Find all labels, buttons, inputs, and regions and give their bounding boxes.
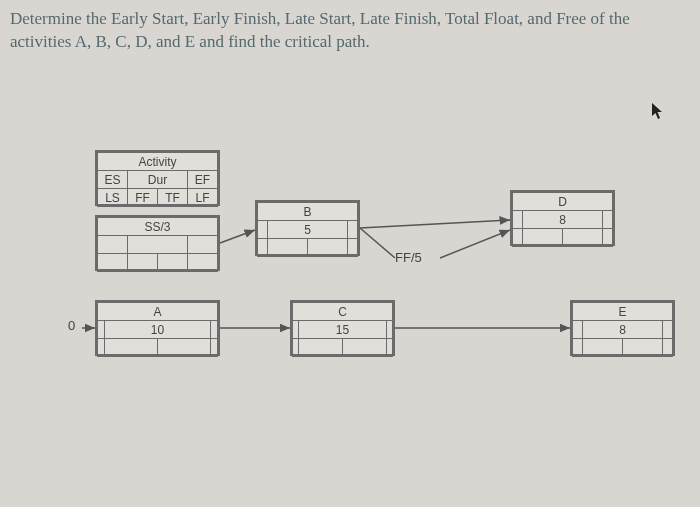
node-ss3-name: SS/3 (98, 218, 218, 236)
node-b-name: B (258, 203, 358, 221)
svg-line-6 (440, 230, 510, 258)
svg-line-1 (220, 230, 255, 243)
legend-tf: TF (158, 189, 188, 207)
node-e: E 8 (570, 300, 675, 356)
legend-lf: LF (188, 189, 218, 207)
node-d-dur: 8 (523, 211, 602, 229)
svg-line-3 (360, 220, 510, 228)
node-d: D 8 (510, 190, 615, 246)
question-text: Determine the Early Start, Early Finish,… (0, 0, 700, 54)
legend-ls: LS (98, 189, 128, 207)
node-c-name: C (293, 303, 393, 321)
legend-ff: FF (128, 189, 158, 207)
node-a-name: A (98, 303, 218, 321)
legend-es: ES (98, 171, 128, 189)
node-a-dur: 10 (105, 321, 210, 339)
node-e-dur: 8 (583, 321, 662, 339)
label-ff5: FF/5 (395, 250, 422, 265)
cursor-icon (651, 102, 665, 120)
legend-activity: Activity (98, 153, 218, 171)
svg-line-5 (360, 228, 395, 258)
node-c: C 15 (290, 300, 395, 356)
node-ss3: SS/3 (95, 215, 220, 271)
legend-dur: Dur (128, 171, 188, 189)
legend-ef: EF (188, 171, 218, 189)
legend-node: Activity ES Dur EF LS FF TF LF (95, 150, 220, 206)
node-b: B 5 (255, 200, 360, 256)
node-e-name: E (573, 303, 673, 321)
label-zero: 0 (68, 318, 75, 333)
node-d-name: D (513, 193, 613, 211)
node-ss3-dur (127, 236, 187, 254)
network-diagram: Activity ES Dur EF LS FF TF LF SS/3 A 10 (0, 150, 700, 507)
node-a: A 10 (95, 300, 220, 356)
node-c-dur: 15 (299, 321, 387, 339)
node-b-dur: 5 (268, 221, 347, 239)
